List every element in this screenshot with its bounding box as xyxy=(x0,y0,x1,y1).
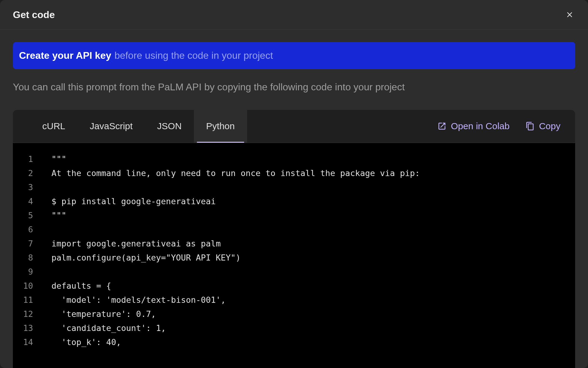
copy-icon xyxy=(526,122,535,131)
line-code: 'candidate_count': 1, xyxy=(42,321,575,335)
code-header: cURL JavaScript JSON Python Open in Cola… xyxy=(13,110,575,143)
copy-label: Copy xyxy=(539,121,560,131)
line-code: defaults = { xyxy=(42,279,575,293)
code-actions: Open in Colab Copy xyxy=(437,110,560,143)
close-icon xyxy=(565,10,574,19)
line-code xyxy=(42,180,575,194)
modal-title: Get code xyxy=(13,9,55,21)
code-body[interactable]: 1"""2At the command line, only need to r… xyxy=(13,143,575,368)
line-code: $ pip install google-generativeai xyxy=(42,194,575,208)
line-number: 10 xyxy=(13,279,42,293)
tab-curl[interactable]: cURL xyxy=(30,110,77,143)
line-code: """ xyxy=(42,208,575,223)
code-container: cURL JavaScript JSON Python Open in Cola… xyxy=(13,110,575,368)
create-api-key-link[interactable]: Create your API key xyxy=(19,50,111,61)
line-number: 3 xyxy=(13,180,42,194)
line-number: 12 xyxy=(13,307,42,321)
tabs: cURL JavaScript JSON Python xyxy=(30,110,247,143)
line-code: palm.configure(api_key="YOUR API KEY") xyxy=(42,251,575,265)
line-code: import google.generativeai as palm xyxy=(42,237,575,251)
code-line: 10defaults = { xyxy=(13,279,575,293)
code-line: 12 'temperature': 0.7, xyxy=(13,307,575,321)
modal-header: Get code xyxy=(0,0,588,30)
code-line: 11 'model': 'models/text-bison-001', xyxy=(13,293,575,307)
line-number: 11 xyxy=(13,293,42,307)
code-scroll: 1"""2At the command line, only need to r… xyxy=(13,143,575,353)
line-code: 'model': 'models/text-bison-001', xyxy=(42,293,575,307)
line-code xyxy=(42,265,575,279)
code-line: 4$ pip install google-generativeai xyxy=(13,194,575,208)
tab-javascript[interactable]: JavaScript xyxy=(77,110,145,143)
code-line: 8palm.configure(api_key="YOUR API KEY") xyxy=(13,251,575,265)
code-line: 6 xyxy=(13,223,575,237)
code-line: 2At the command line, only need to run o… xyxy=(13,166,575,180)
description-text: You can call this prompt from the PaLM A… xyxy=(13,80,575,94)
modal-content: Create your API key before using the cod… xyxy=(0,30,588,368)
get-code-modal: Get code Create your API key before usin… xyxy=(0,0,588,368)
tab-json[interactable]: JSON xyxy=(145,110,194,143)
code-line: 13 'candidate_count': 1, xyxy=(13,321,575,335)
line-code: """ xyxy=(42,152,575,166)
code-line: 7import google.generativeai as palm xyxy=(13,237,575,251)
code-line: 3 xyxy=(13,180,575,194)
line-number: 14 xyxy=(13,335,42,349)
line-number: 4 xyxy=(13,194,42,208)
tab-python[interactable]: Python xyxy=(194,110,247,143)
close-button[interactable] xyxy=(564,9,576,21)
line-code: At the command line, only need to run on… xyxy=(42,166,575,180)
code-line: 5""" xyxy=(13,208,575,223)
line-code: 'top_k': 40, xyxy=(42,335,575,349)
open-external-icon xyxy=(437,122,447,131)
banner-text: before using the code in your project xyxy=(115,50,273,61)
code-line: 9 xyxy=(13,265,575,279)
code-line: 14 'top_k': 40, xyxy=(13,335,575,349)
line-code: 'temperature': 0.7, xyxy=(42,307,575,321)
copy-button[interactable]: Copy xyxy=(526,121,560,131)
line-number: 7 xyxy=(13,237,42,251)
code-line: 1""" xyxy=(13,152,575,166)
line-number: 6 xyxy=(13,223,42,237)
line-number: 9 xyxy=(13,265,42,279)
open-in-colab-label: Open in Colab xyxy=(451,121,510,131)
line-number: 8 xyxy=(13,251,42,265)
api-key-banner[interactable]: Create your API key before using the cod… xyxy=(13,42,575,69)
line-code xyxy=(42,223,575,237)
line-number: 5 xyxy=(13,208,42,223)
line-number: 2 xyxy=(13,166,42,180)
line-number: 13 xyxy=(13,321,42,335)
line-number: 1 xyxy=(13,152,42,166)
open-in-colab-button[interactable]: Open in Colab xyxy=(437,121,510,131)
